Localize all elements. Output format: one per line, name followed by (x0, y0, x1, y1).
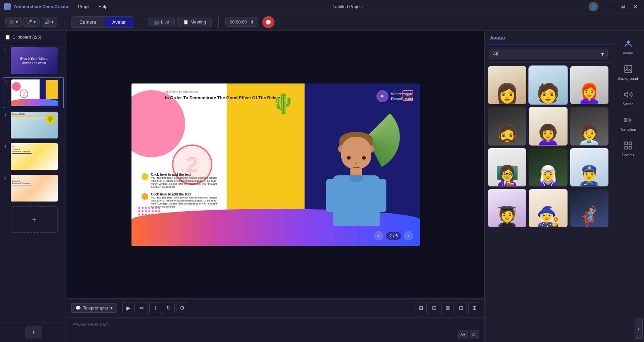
webcam-dropdown-icon: ▾ (16, 19, 18, 24)
avatar-filter-select[interactable]: All Realistic Cartoon Anime (489, 49, 608, 59)
slide-number-2: 2 (5, 81, 9, 85)
font-increase-button[interactable]: A+ (458, 330, 468, 339)
font-decrease-button[interactable]: A- (470, 330, 479, 339)
cam-avatar-toggle: Camera Avatar (71, 16, 134, 28)
teleprompter-button[interactable]: 💬 Teleprompter ▾ (71, 303, 117, 313)
page-prev-button[interactable]: ‹ (374, 231, 383, 240)
sidebar-left: 📋 Clipboard (2/5) 1 Share Your Ideas, Da… (0, 31, 67, 342)
text-tool-button[interactable]: T (149, 302, 161, 314)
layout-btn-5[interactable]: ⊞ (468, 302, 480, 314)
avatar-card-6[interactable]: 🧑‍💼 (570, 107, 608, 145)
webcam-button[interactable]: 🎥 ▾ (5, 17, 22, 27)
menu-project[interactable]: Project (78, 4, 92, 9)
bullet-body-1: Your text has been consectetur, sed do e… (151, 176, 218, 188)
layout-btn-4[interactable]: ⊡ (455, 302, 467, 314)
clipboard-title: Clipboard (2/5) (12, 35, 41, 40)
speaker-dropdown-icon: ▾ (51, 19, 54, 24)
slide-item-4[interactable]: 4 + ColorfulBusiness Template (3, 142, 64, 171)
slide-thumb-3: Content Slide 🌵 (11, 112, 58, 138)
sidebar-item-background[interactable]: Background (615, 60, 642, 84)
live-button[interactable]: 📺 Live (148, 17, 175, 27)
avatar-card-1[interactable]: 👩 (488, 66, 526, 104)
meeting-label: Meeting (191, 19, 206, 24)
sidebar-item-sound[interactable]: Sound (615, 85, 642, 109)
avatar-card-8[interactable]: 🧝‍♀️ (529, 148, 567, 186)
restore-button[interactable]: ⧉ (619, 2, 628, 11)
avatar-toggle-button[interactable]: Avatar (104, 17, 134, 27)
avatar-panel-title: Avatar (490, 35, 505, 41)
minimize-button[interactable]: — (606, 2, 616, 11)
canvas-add-button[interactable]: + (402, 90, 413, 101)
add-slide-placeholder[interactable]: + (11, 206, 58, 233)
teleprompter-tools: ▶ ✏ T ↻ ⚙ (120, 302, 412, 314)
avatar-card-4[interactable]: 🧔 (488, 107, 526, 145)
camera-toggle-button[interactable]: Camera (71, 17, 104, 27)
close-button[interactable]: ✕ (631, 2, 640, 11)
bullet-title-2[interactable]: Click here to add the text (151, 192, 218, 196)
avatar-card-12[interactable]: 🦸‍♀️ (570, 189, 608, 227)
canvas-frame: + Click here to add the text In Order To… (131, 83, 420, 246)
avatar-panel-label: Avatar (623, 51, 634, 55)
sidebar-item-transition[interactable]: Transition (615, 111, 642, 135)
avatar-card-10[interactable]: 🧑‍🎓 (488, 189, 526, 227)
play-tool-button[interactable]: ▶ (122, 302, 135, 314)
slide-title-area: Click here to add the text In Order To D… (165, 90, 284, 101)
scroll-more-button[interactable]: › (635, 319, 643, 339)
slide-number-5: 5 (4, 176, 9, 180)
avatar-panel-header: Avatar (485, 31, 612, 45)
slide-item-2[interactable]: 2 2 (3, 77, 64, 108)
avatar-card-5[interactable]: 👩‍🦱 (529, 107, 567, 145)
speaker-button[interactable]: 🔊 ▾ (41, 17, 57, 27)
click-to-add-text[interactable]: Click here to add the text (165, 90, 284, 94)
webcam-icon: 🎥 (9, 19, 14, 24)
page-next-button[interactable]: › (404, 231, 413, 240)
bullet-item-1: Click here to add the text Your text has… (142, 173, 218, 188)
avatar-card-2[interactable]: 🧑 (529, 66, 567, 104)
meeting-button[interactable]: 📋 Meeting (177, 17, 212, 27)
teleprompter-dropdown-icon: ▾ (110, 305, 113, 310)
record-button[interactable] (262, 16, 274, 28)
layout-btn-3[interactable]: ⊠ (441, 302, 453, 314)
teleprompter-input[interactable] (72, 322, 479, 327)
avatar-body (333, 175, 380, 226)
teleprompter-text-area: A+ A- (67, 318, 484, 342)
slide-item-5[interactable]: 5 + ColorfulBusiness Template (3, 173, 64, 203)
slide-item-3[interactable]: 3 Content Slide 🌵 (3, 110, 64, 140)
toolbar-divider-2 (141, 17, 141, 27)
bullet-title-1[interactable]: Click here to add the text (151, 173, 218, 176)
page-navigation: ‹ 2 / 5 › (374, 231, 413, 240)
settings-tool-button[interactable]: ⚙ (176, 302, 188, 314)
menu-help[interactable]: Help (98, 4, 107, 9)
avatar-card-9[interactable]: 👮‍♂️ (570, 148, 608, 186)
mic-button[interactable]: 🎤 ▾ (23, 17, 40, 27)
avatar-card-3[interactable]: 👩‍🦰 (570, 66, 608, 104)
center-column: + Click here to add the text In Order To… (67, 31, 484, 342)
objects-panel-label: Objects (622, 153, 634, 157)
sidebar-right: Avatar Background Sound (612, 31, 644, 342)
slide-item-add[interactable]: + (3, 205, 64, 234)
loop-tool-button[interactable]: ↻ (163, 302, 175, 314)
filter-select-wrapper: All Realistic Cartoon Anime (489, 49, 608, 59)
add-slide-bottom: + (0, 323, 67, 342)
background-panel-label: Background (618, 76, 638, 80)
slide-item-1[interactable]: 1 Share Your Ideas, Dazzle The World! (3, 46, 64, 75)
title-bar: Wondershare DemoCreator Project Help Unt… (0, 0, 644, 13)
avatar-card-7[interactable]: 👩‍🏫 (488, 148, 526, 186)
svg-point-0 (627, 41, 630, 44)
sidebar-item-avatar[interactable]: Avatar (615, 34, 642, 58)
user-avatar[interactable]: 👤 (589, 2, 598, 11)
slide-number-4: 4 (4, 145, 9, 149)
project-title: Untitled Project (333, 4, 363, 9)
avatar-collar (350, 175, 363, 182)
draw-tool-button[interactable]: ✏ (136, 302, 148, 314)
mic-dropdown-icon: ▾ (34, 19, 36, 24)
avatar-card-11[interactable]: 🧙‍♀️ (529, 189, 567, 227)
app-logo-icon (4, 3, 11, 10)
layout-btn-1[interactable]: ⊞ (415, 302, 427, 314)
slide-main-title[interactable]: In Order To Demonstrate The Good Effect … (165, 95, 284, 101)
sidebar-item-objects[interactable]: Objects (615, 136, 642, 160)
speaker-icon: 🔊 (45, 19, 50, 24)
add-slide-button[interactable]: + (25, 326, 42, 339)
layout-btn-2[interactable]: ⊟ (428, 302, 440, 314)
bottom-controls: 💬 Teleprompter ▾ ▶ ✏ T ↻ ⚙ ⊞ ⊟ ⊠ ⊡ ⊞ (67, 298, 484, 342)
